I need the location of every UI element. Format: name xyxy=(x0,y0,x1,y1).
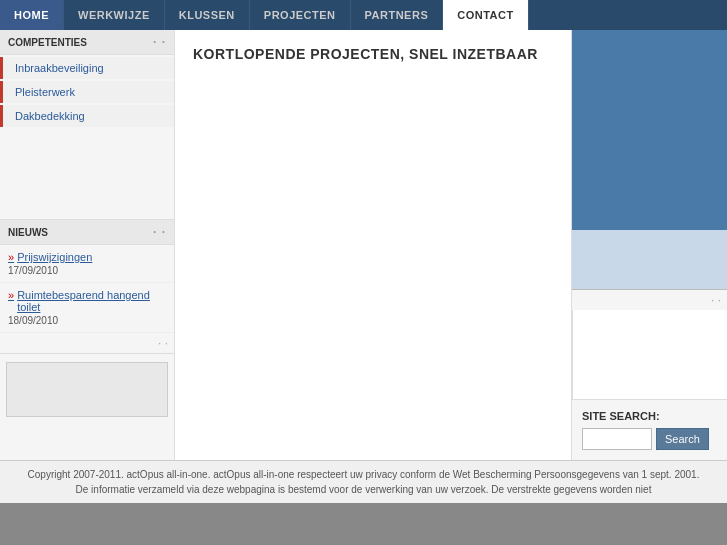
news-link-1[interactable]: Prijswijzigingen xyxy=(8,251,166,263)
right-panel-blue-block xyxy=(572,30,727,230)
footer-line1: Copyright 2007-2011. actOpus all-in-one.… xyxy=(12,467,715,482)
search-label: SITE SEARCH: xyxy=(582,410,717,422)
news-item-1: Prijswijzigingen 17/09/2010 xyxy=(0,245,174,283)
nav-item-home[interactable]: HOME xyxy=(0,0,64,30)
nav-item-werkwijze[interactable]: WERKWIJZE xyxy=(64,0,165,30)
sidebar: COMPETENTIES · · Inbraakbeveiliging Plei… xyxy=(0,30,175,460)
nav-item-contact[interactable]: CONTACT xyxy=(443,0,528,30)
nav-item-klussen[interactable]: KLUSSEN xyxy=(165,0,250,30)
news-item-2: Ruimtebesparend hangend toilet 18/09/201… xyxy=(0,283,174,333)
nav-item-partners[interactable]: PARTNERS xyxy=(351,0,444,30)
search-row: Search xyxy=(582,428,717,450)
sidebar-item-dakbedekking[interactable]: Dakbedekking xyxy=(0,105,174,127)
footer: Copyright 2007-2011. actOpus all-in-one.… xyxy=(0,460,727,503)
content-title: KORTLOPENDE PROJECTEN, SNEL INZETBAAR xyxy=(193,46,553,62)
main-layout: COMPETENTIES · · Inbraakbeveiliging Plei… xyxy=(0,30,727,460)
competenties-header: COMPETENTIES · · xyxy=(0,30,174,55)
nieuws-dots-bottom: · · xyxy=(0,333,174,353)
nieuws-dots: · · xyxy=(153,225,166,239)
right-panel-white-block xyxy=(572,310,727,399)
search-button[interactable]: Search xyxy=(656,428,709,450)
nieuws-label: NIEUWS xyxy=(8,227,48,238)
news-date-2: 18/09/2010 xyxy=(8,315,166,326)
page-wrapper: HOME WERKWIJZE KLUSSEN PROJECTEN PARTNER… xyxy=(0,0,727,503)
nav-item-projecten[interactable]: PROJECTEN xyxy=(250,0,351,30)
nieuws-section: NIEUWS · · Prijswijzigingen 17/09/2010 R… xyxy=(0,220,174,354)
right-panel-dots: · · xyxy=(572,290,727,310)
right-panel-light-block xyxy=(572,230,727,290)
news-link-2[interactable]: Ruimtebesparend hangend toilet xyxy=(8,289,166,313)
sidebar-item-pleisterwerk[interactable]: Pleisterwerk xyxy=(0,81,174,103)
footer-line2: De informatie verzameld via deze webpagi… xyxy=(12,482,715,497)
right-panel: · · SITE SEARCH: Search xyxy=(572,30,727,460)
search-input[interactable] xyxy=(582,428,652,450)
sidebar-ad xyxy=(6,362,168,417)
competenties-dots: · · xyxy=(153,35,166,49)
competenties-section: COMPETENTIES · · Inbraakbeveiliging Plei… xyxy=(0,30,174,220)
content-area: KORTLOPENDE PROJECTEN, SNEL INZETBAAR xyxy=(175,30,572,460)
competenties-label: COMPETENTIES xyxy=(8,37,87,48)
top-nav: HOME WERKWIJZE KLUSSEN PROJECTEN PARTNER… xyxy=(0,0,727,30)
nieuws-header: NIEUWS · · xyxy=(0,220,174,245)
sidebar-item-inbraakbeveiliging[interactable]: Inbraakbeveiliging xyxy=(0,57,174,79)
news-date-1: 17/09/2010 xyxy=(8,265,166,276)
search-section: SITE SEARCH: Search xyxy=(572,399,727,460)
